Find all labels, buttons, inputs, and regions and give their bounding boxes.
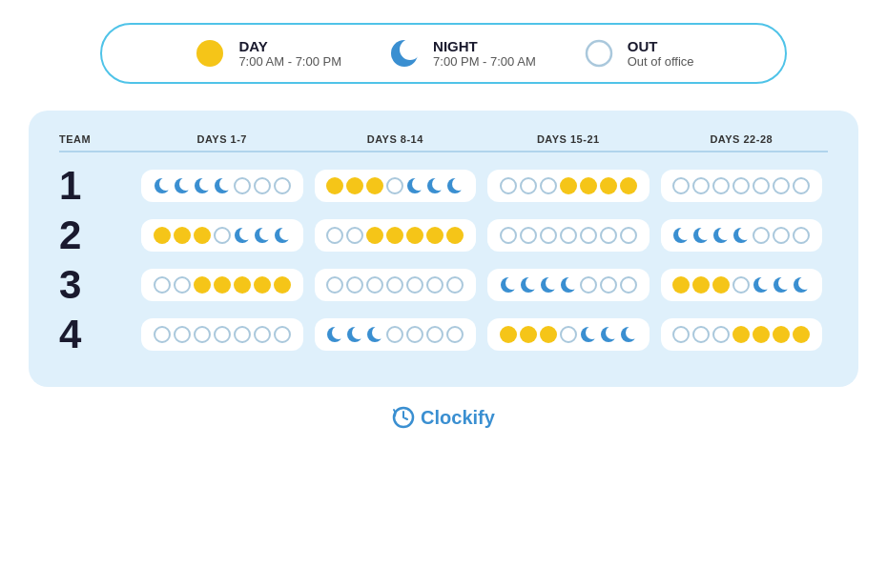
days-cell: [661, 318, 823, 351]
team-number: 3: [59, 265, 135, 305]
table-row: 2: [59, 215, 828, 255]
table-row: 1: [59, 166, 828, 206]
legend-item-out: OUT Out of office: [582, 36, 694, 71]
days-cell: [315, 318, 477, 351]
legend-item-night: NIGHT 7:00 PM - 7:00 AM: [387, 36, 536, 71]
team-number: 2: [59, 215, 135, 255]
days-cell: [141, 170, 303, 202]
out-circle-icon: [582, 36, 616, 71]
table-body: 1234: [59, 166, 828, 355]
footer-brand: Clockify: [421, 407, 495, 429]
legend-out-sub: Out of office: [628, 54, 694, 69]
team-number: 4: [59, 314, 135, 355]
table-row: 3: [59, 265, 828, 305]
table-row: 4: [59, 314, 828, 355]
header-days17: DAYS 1-7: [135, 133, 309, 145]
days-cell: [315, 170, 477, 202]
moon-icon: [387, 36, 422, 71]
days-cell: [661, 269, 823, 301]
legend-night-sub: 7:00 PM - 7:00 AM: [433, 54, 536, 69]
days-cell: [315, 219, 477, 252]
days-cell: [661, 219, 823, 252]
schedule-card: TEAM DAYS 1-7 DAYS 8-14 DAYS 15-21 DAYS …: [29, 111, 858, 387]
header-divider: [59, 151, 828, 152]
legend-bar: DAY 7:00 AM - 7:00 PM NIGHT 7:00 PM - 7:…: [100, 23, 787, 84]
header-days1521: DAYS 15-21: [482, 133, 655, 145]
legend-out-title: OUT: [628, 38, 694, 54]
legend-item-day: DAY 7:00 AM - 7:00 PM: [193, 36, 341, 71]
header-days814: DAYS 8-14: [309, 133, 483, 145]
days-cell: [487, 318, 650, 351]
legend-day-title: DAY: [238, 38, 341, 54]
team-number: 1: [59, 166, 135, 206]
days-cell: [141, 269, 303, 301]
table-header: TEAM DAYS 1-7 DAYS 8-14 DAYS 15-21 DAYS …: [59, 133, 828, 162]
svg-point-2: [400, 39, 421, 60]
header-days2228: DAYS 22-28: [655, 133, 829, 145]
header-team: TEAM: [59, 133, 135, 145]
days-cell: [487, 170, 650, 202]
days-cell: [661, 170, 823, 202]
sun-icon: [193, 36, 227, 71]
footer: Clockify: [392, 406, 495, 429]
days-cell: [141, 219, 303, 252]
legend-day-sub: 7:00 AM - 7:00 PM: [238, 54, 341, 69]
svg-point-3: [587, 41, 611, 66]
days-cell: [487, 219, 650, 252]
clockify-logo-icon: [392, 406, 415, 429]
svg-point-0: [196, 40, 223, 67]
days-cell: [487, 269, 650, 301]
legend-night-title: NIGHT: [433, 38, 536, 54]
days-cell: [141, 318, 303, 351]
days-cell: [315, 269, 477, 301]
